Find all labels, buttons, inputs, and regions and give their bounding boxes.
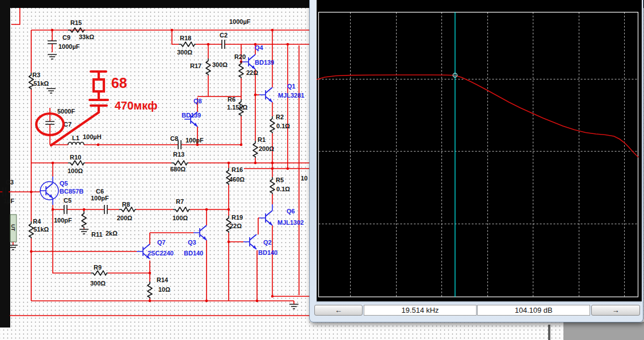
label-r14: R14	[157, 276, 169, 283]
application-root: UT R15 33kΩ C9 1000µF R3 51kΩ 5000F C7 L…	[0, 0, 644, 340]
label-r10: R10	[70, 154, 81, 161]
red-annotation-text: 68 470мкф	[111, 75, 157, 112]
label-r7: R7	[176, 198, 184, 205]
label-q4: Q4	[255, 44, 264, 51]
label-r16: R16	[231, 166, 243, 173]
value-r1: 200Ω	[259, 145, 274, 152]
label-r17: R17	[190, 62, 201, 69]
label-r19: R19	[231, 214, 243, 221]
wires	[0, 8, 309, 316]
label-c8: C8	[170, 135, 178, 142]
label-r9: R9	[94, 264, 102, 271]
value-r17: 300Ω	[212, 61, 228, 68]
value-q7: 2SC2240	[148, 250, 174, 257]
value-r10: 100Ω	[68, 167, 83, 174]
label-r3: R3	[32, 72, 40, 78]
label-r11: R11	[91, 231, 103, 238]
value-r7: 100Ω	[172, 215, 188, 221]
value-c3: 1µF	[3, 198, 14, 204]
background-window-corner	[563, 322, 644, 340]
value-r19: 22Ω	[230, 223, 242, 229]
label-q2: Q2	[263, 239, 272, 246]
value-r6: 1.15kΩ	[227, 104, 248, 111]
value-r5: 0.1Ω	[276, 186, 290, 192]
label-r1: R1	[258, 136, 266, 143]
magnitude-trace	[317, 75, 638, 157]
schematic-canvas[interactable]: UT R15 33kΩ C9 1000µF R3 51kΩ 5000F C7 L…	[0, 0, 318, 340]
magnitude-readout: 104.109 dB	[477, 305, 590, 316]
label-c9: C9	[62, 34, 70, 41]
label-r13: R13	[173, 151, 184, 158]
out-terminal[interactable]: UT	[10, 215, 16, 242]
value-q1: MJL3281	[278, 92, 304, 99]
label-c6: C6	[96, 188, 104, 195]
label-c7: C7	[64, 121, 71, 128]
value-c5: 100pF	[54, 217, 72, 224]
plot-window: ← 19.514 kHz 104.109 dB →	[309, 0, 643, 322]
value-r13: 680Ω	[170, 166, 186, 173]
value-q6: MJL1302	[277, 219, 304, 226]
label-r4: R4	[33, 218, 41, 225]
right-arrow-icon: →	[612, 306, 620, 314]
value-l1: 100µH	[83, 133, 102, 140]
value-r3: 51kΩ	[33, 80, 49, 87]
label-c5: C5	[64, 197, 71, 204]
out-terminal-label: UT	[10, 224, 16, 231]
value-r2: 0.1Ω	[276, 123, 290, 129]
label-c3: C3	[6, 179, 14, 186]
cursor-left-button[interactable]: ←	[314, 305, 363, 316]
value-r20: 22Ω	[246, 69, 258, 76]
label-q6: Q6	[287, 208, 295, 215]
label-edge-fragment: 10	[301, 175, 308, 182]
value-q2: BD140	[258, 249, 277, 256]
label-q7: Q7	[157, 239, 166, 246]
value-r4: 51kΩ	[33, 226, 49, 233]
value-r14: 10Ω	[158, 286, 170, 293]
label-r5: R5	[276, 177, 284, 183]
label-r8: R8	[122, 201, 130, 208]
label-q5: Q5	[60, 180, 68, 187]
label-r6: R6	[228, 96, 235, 103]
left-arrow-icon: ←	[335, 306, 342, 314]
label-r20: R20	[234, 53, 246, 60]
value-r18: 300Ω	[177, 49, 192, 56]
value-c2: 1000µF	[229, 18, 251, 25]
label-r18: R18	[180, 35, 191, 41]
value-c9: 1000µF	[58, 43, 80, 50]
value-r9: 300Ω	[90, 280, 106, 287]
plot-border	[319, 12, 638, 297]
value-c7: 5000F	[57, 108, 75, 115]
plot-area[interactable]	[316, 0, 642, 301]
value-q5: BC857B	[60, 188, 83, 195]
value-r11: 2kΩ	[106, 230, 117, 237]
value-r15: 33kΩ	[79, 33, 94, 40]
value-q8: BD139	[182, 112, 201, 119]
label-r15: R15	[70, 19, 82, 26]
value-c6: 100pF	[91, 195, 109, 202]
cursor-right-button[interactable]: →	[591, 305, 640, 316]
window-inner-edge	[316, 301, 641, 304]
label-r2: R2	[276, 114, 284, 120]
value-c8: 100pF	[186, 137, 204, 144]
value-q3: BD140	[184, 250, 203, 257]
value-r16: 460Ω	[229, 176, 245, 183]
label-l1: L1	[72, 135, 79, 141]
value-r8: 200Ω	[117, 215, 132, 221]
bode-plot[interactable]	[317, 0, 642, 301]
label-q8: Q8	[193, 98, 202, 104]
background-window-edge	[548, 325, 550, 340]
value-q4: BD139	[255, 59, 274, 66]
annotation-470: 470мкф	[115, 99, 157, 112]
label-c2: C2	[220, 32, 228, 39]
annotation-68: 68	[111, 75, 127, 91]
label-q3: Q3	[188, 239, 196, 246]
frequency-readout: 19.514 kHz	[364, 305, 477, 316]
plot-grid	[319, 12, 639, 297]
label-q1: Q1	[287, 83, 296, 90]
